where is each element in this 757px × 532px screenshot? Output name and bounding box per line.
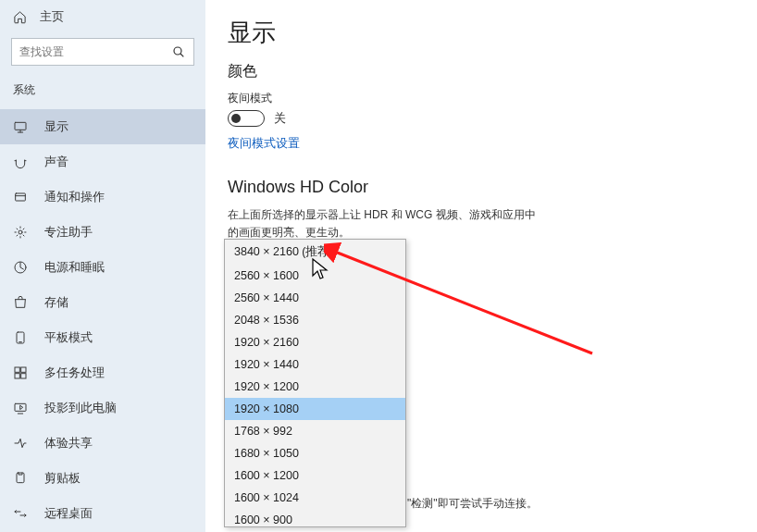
svg-point-7	[19, 230, 22, 234]
sidebar-item-label: 远程桌面	[44, 505, 93, 522]
search-wrap	[0, 32, 205, 75]
home-icon	[13, 10, 27, 24]
svg-rect-11	[15, 367, 19, 372]
sidebar-item-label: 专注助手	[44, 224, 93, 241]
resolution-option[interactable]: 1920 × 1440	[225, 353, 405, 376]
hd-color-desc: 在上面所选择的显示器上让 HDR 和 WCG 视频、游戏和应用中的画面更明亮、更…	[228, 206, 542, 241]
search-box[interactable]	[11, 38, 194, 66]
sidebar-item-label: 平板模式	[44, 329, 93, 346]
nav-icon	[13, 330, 28, 345]
nav-icon	[13, 436, 28, 451]
sidebar-item-9[interactable]: 体验共享	[0, 426, 205, 461]
sidebar-item-7[interactable]: 多任务处理	[0, 355, 205, 390]
resolution-option[interactable]: 1600 × 1200	[225, 464, 405, 487]
page-title: 显示	[228, 17, 731, 49]
footer-hint: "检测"即可尝试手动连接。	[407, 496, 538, 512]
sidebar-item-label: 显示	[44, 118, 68, 135]
sidebar-item-label: 存储	[44, 294, 68, 311]
resolution-option[interactable]: 1920 × 1200	[225, 376, 405, 398]
toggle-knob	[231, 114, 241, 123]
sidebar-item-label: 剪贴板	[44, 470, 81, 487]
nav-icon	[13, 295, 28, 310]
settings-sidebar: 主页 系统 显示声音通知和操作专注助手电源和睡眠存储平板模式多任务处理投影到此电…	[0, 0, 205, 532]
svg-rect-13	[15, 374, 19, 378]
nav-icon	[13, 260, 28, 275]
resolution-dropdown[interactable]: 3840 × 2160 (推荐)2560 × 16002560 × 144020…	[224, 239, 406, 527]
nav-icon	[13, 365, 28, 380]
sidebar-item-8[interactable]: 投影到此电脑	[0, 390, 205, 426]
nav-icon	[13, 225, 28, 240]
svg-line-1	[180, 54, 183, 56]
sidebar-item-10[interactable]: 剪贴板	[0, 461, 205, 496]
svg-rect-2	[15, 122, 26, 130]
sidebar-item-label: 体验共享	[44, 435, 93, 452]
svg-rect-12	[21, 367, 26, 372]
resolution-option[interactable]: 2048 × 1536	[225, 309, 405, 331]
night-mode-settings-link[interactable]: 夜间模式设置	[228, 135, 300, 152]
sidebar-item-3[interactable]: 专注助手	[0, 215, 205, 250]
night-mode-row: 关	[228, 110, 731, 127]
svg-rect-14	[21, 374, 26, 378]
sidebar-item-label: 声音	[44, 154, 68, 170]
hd-color-title: Windows HD Color	[228, 178, 731, 197]
sidebar-item-1[interactable]: 声音	[0, 144, 205, 179]
sidebar-item-4[interactable]: 电源和睡眠	[0, 250, 205, 285]
sidebar-item-0[interactable]: 显示	[0, 109, 205, 144]
resolution-option[interactable]: 1600 × 900	[225, 509, 405, 527]
nav-icon	[13, 190, 28, 204]
night-mode-label: 夜间模式	[228, 91, 731, 106]
sidebar-item-label: 电源和睡眠	[44, 259, 105, 276]
resolution-option[interactable]: 1768 × 992	[225, 420, 405, 442]
nav-icon	[13, 506, 28, 521]
sidebar-item-label: 多任务处理	[44, 365, 105, 381]
sidebar-item-2[interactable]: 通知和操作	[0, 179, 205, 215]
sidebar-item-11[interactable]: 远程桌面	[0, 496, 205, 531]
sidebar-item-label: 投影到此电脑	[44, 400, 117, 416]
nav-list: 显示声音通知和操作专注助手电源和睡眠存储平板模式多任务处理投影到此电脑体验共享剪…	[0, 109, 205, 532]
resolution-option[interactable]: 1920 × 2160	[225, 331, 405, 353]
search-icon	[171, 44, 186, 59]
night-mode-state: 关	[274, 110, 286, 127]
night-mode-toggle[interactable]	[228, 110, 265, 127]
resolution-option[interactable]: 3840 × 2160 (推荐)	[225, 240, 405, 265]
search-input[interactable]	[19, 45, 171, 58]
resolution-option[interactable]: 1600 × 1024	[225, 487, 405, 509]
nav-icon	[13, 471, 28, 486]
sidebar-item-6[interactable]: 平板模式	[0, 320, 205, 355]
nav-icon	[13, 119, 28, 134]
svg-rect-5	[16, 193, 26, 201]
sidebar-item-label: 通知和操作	[44, 189, 105, 205]
resolution-option[interactable]: 1680 × 1050	[225, 442, 405, 464]
nav-icon	[13, 401, 28, 415]
resolution-option[interactable]: 1920 × 1080	[225, 398, 405, 420]
sidebar-item-5[interactable]: 存储	[0, 285, 205, 320]
svg-point-0	[174, 47, 181, 55]
nav-icon	[13, 155, 28, 169]
resolution-option[interactable]: 2560 × 1600	[225, 265, 405, 287]
section-label: 系统	[0, 75, 205, 104]
resolution-option[interactable]: 2560 × 1440	[225, 287, 405, 309]
home-label: 主页	[40, 8, 64, 25]
color-heading: 颜色	[228, 62, 731, 81]
home-button[interactable]: 主页	[0, 0, 205, 32]
